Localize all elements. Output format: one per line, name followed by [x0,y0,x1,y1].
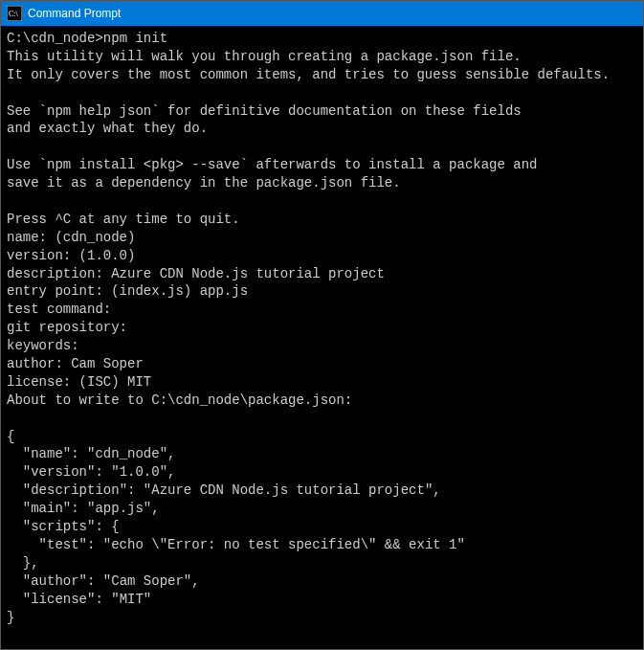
titlebar-title: Command Prompt [28,7,121,20]
output-line: save it as a dependency in the package.j… [7,175,401,191]
output-line: "version": "1.0.0", [7,464,175,480]
output-line: keywords: [7,338,79,353]
output-line: Use `npm install <pkg> --save` afterward… [7,157,538,172]
output-line: and exactly what they do. [7,121,208,136]
command-prompt-window: C:\ Command Prompt C:\cdn_node>npm init … [0,0,644,650]
output-line: It only covers the most common items, an… [7,67,610,82]
output-line: "license": "MIT" [7,592,151,607]
terminal-area[interactable]: C:\cdn_node>npm init This utility will w… [1,26,643,649]
output-line: "name": "cdn_node", [7,446,175,461]
prompt-path: C:\cdn_node> [7,31,103,46]
output-line: license: (ISC) MIT [7,374,151,390]
output-line: } [7,610,14,625]
output-line: See `npm help json` for definitive docum… [7,103,522,119]
output-line: test command: [7,302,111,317]
output-line: git repository: [7,320,127,335]
output-line: "scripts": { [7,519,120,534]
output-line: author: Cam Soper [7,356,144,371]
cmd-icon: C:\ [7,6,22,21]
output-line: "author": "Cam Soper", [7,573,200,589]
svg-text:C:\: C:\ [9,10,19,18]
output-line: }, [7,555,39,571]
output-line: "description": "Azure CDN Node.js tutori… [7,482,441,498]
titlebar[interactable]: C:\ Command Prompt [1,1,643,26]
output-line: "test": "echo \"Error: no test specified… [7,537,465,552]
output-line: { [7,429,14,444]
output-line: version: (1.0.0) [7,248,135,263]
output-line: name: (cdn_node) [7,230,135,245]
output-line: This utility will walk you through creat… [7,49,522,64]
output-line: description: Azure CDN Node.js tutorial … [7,266,385,281]
output-line: entry point: (index.js) app.js [7,283,248,299]
output-line: Press ^C at any time to quit. [7,212,240,227]
prompt-line-1: C:\cdn_node>npm init [7,31,167,46]
output-line: About to write to C:\cdn_node\package.js… [7,392,352,408]
output-line: "main": "app.js", [7,501,160,516]
typed-command: npm init [103,31,167,46]
